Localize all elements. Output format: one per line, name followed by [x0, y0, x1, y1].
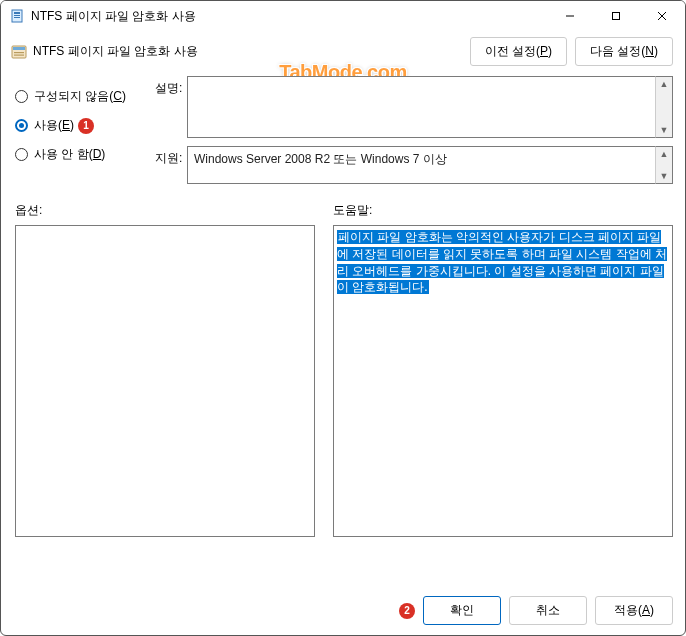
description-scrollbar[interactable]: ▲ ▼: [655, 76, 673, 138]
scroll-up-icon[interactable]: ▲: [660, 147, 669, 161]
prev-label: 이전 설정: [485, 44, 536, 58]
app-icon: [9, 8, 25, 24]
svg-rect-11: [14, 54, 24, 55]
radio-not-configured[interactable]: 구성되지 않음(C): [15, 82, 143, 111]
maximize-button[interactable]: [593, 1, 639, 31]
minimize-button[interactable]: [547, 1, 593, 31]
description-textarea[interactable]: [187, 76, 655, 138]
description-label: 설명:: [155, 76, 187, 138]
support-text: Windows Server 2008 R2 또는 Windows 7 이상: [194, 152, 447, 166]
svg-rect-10: [14, 52, 24, 53]
policy-icon: [11, 44, 27, 60]
support-label: 지원:: [155, 146, 187, 184]
svg-rect-2: [14, 15, 20, 16]
apply-button[interactable]: 적용(A): [595, 596, 673, 625]
policy-header: NTFS 페이지 파일 암호화 사용 이전 설정(P) 다음 설정(N): [1, 31, 685, 76]
window-title: NTFS 페이지 파일 암호화 사용: [31, 8, 547, 25]
window-titlebar: NTFS 페이지 파일 암호화 사용: [1, 1, 685, 31]
policy-title: NTFS 페이지 파일 암호화 사용: [33, 43, 470, 60]
previous-setting-button[interactable]: 이전 설정(P): [470, 37, 567, 66]
options-panel[interactable]: [15, 225, 315, 537]
scroll-down-icon[interactable]: ▼: [660, 123, 669, 137]
radio-label: 구성되지 않음(C): [34, 88, 126, 105]
svg-rect-9: [13, 47, 25, 50]
annotation-badge-2: 2: [399, 603, 415, 619]
svg-rect-3: [14, 17, 20, 18]
help-label: 도움말:: [333, 202, 673, 219]
prev-hotkey: P: [540, 44, 548, 58]
options-label: 옵션:: [15, 202, 315, 219]
radio-label: 사용(E): [34, 117, 74, 134]
ok-button[interactable]: 확인: [423, 596, 501, 625]
next-setting-button[interactable]: 다음 설정(N): [575, 37, 673, 66]
window-controls: [547, 1, 685, 31]
help-text: 페이지 파일 암호화는 악의적인 사용자가 디스크 페이지 파일에 저장된 데이…: [337, 230, 667, 294]
svg-rect-1: [14, 12, 20, 14]
apply-label: 적용: [614, 603, 638, 617]
annotation-badge-1: 1: [78, 118, 94, 134]
apply-hotkey: A: [642, 603, 650, 617]
support-textarea[interactable]: Windows Server 2008 R2 또는 Windows 7 이상: [187, 146, 655, 184]
close-button[interactable]: [639, 1, 685, 31]
help-panel[interactable]: 페이지 파일 암호화는 악의적인 사용자가 디스크 페이지 파일에 저장된 데이…: [333, 225, 673, 537]
next-label: 다음 설정: [590, 44, 641, 58]
scroll-down-icon[interactable]: ▼: [660, 169, 669, 183]
cancel-button[interactable]: 취소: [509, 596, 587, 625]
radio-icon: [15, 148, 28, 161]
next-hotkey: N: [645, 44, 654, 58]
radio-enabled[interactable]: 사용(E) 1: [15, 111, 143, 140]
support-scrollbar[interactable]: ▲ ▼: [655, 146, 673, 184]
radio-icon: [15, 119, 28, 132]
scroll-up-icon[interactable]: ▲: [660, 77, 669, 91]
radio-icon: [15, 90, 28, 103]
radio-disabled[interactable]: 사용 안 함(D): [15, 140, 143, 169]
svg-rect-5: [613, 13, 620, 20]
radio-label: 사용 안 함(D): [34, 146, 105, 163]
